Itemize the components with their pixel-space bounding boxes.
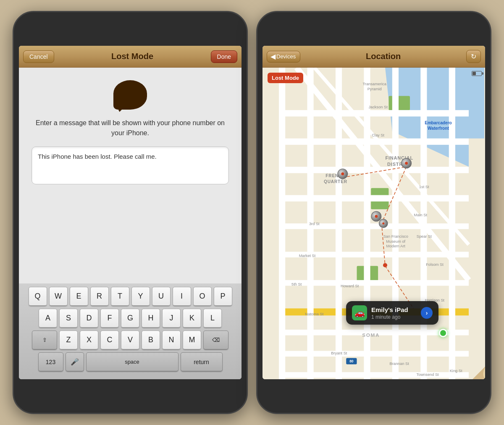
keyboard: Q W E R T Y U I O P A S D F G H <box>19 283 242 379</box>
message-description: Enter a message that will be shown with … <box>32 118 229 138</box>
location-dot <box>439 329 447 337</box>
message-area: Enter a message that will be shown with … <box>19 68 242 283</box>
key-f[interactable]: F <box>100 309 119 328</box>
device-popup[interactable]: 🚗 Emily's iPad 1 minute ago › <box>346 301 438 325</box>
svg-point-63 <box>405 162 408 165</box>
svg-text:1st St: 1st St <box>419 185 429 189</box>
key-s[interactable]: S <box>59 309 78 328</box>
svg-text:SOMA: SOMA <box>362 332 380 338</box>
svg-text:80: 80 <box>349 359 354 363</box>
keyboard-row-3: ⇧ Z X C V B N M ⌫ <box>21 331 240 350</box>
lost-mode-badge: Lost Mode <box>268 73 303 83</box>
back-label: Devices <box>276 53 296 60</box>
key-e[interactable]: E <box>70 287 88 306</box>
svg-text:Embarcadero: Embarcadero <box>425 121 452 125</box>
svg-point-68 <box>383 263 387 267</box>
svg-text:King St: King St <box>450 369 462 373</box>
return-key[interactable]: return <box>181 352 223 372</box>
key-q[interactable]: Q <box>29 287 47 306</box>
key-d[interactable]: D <box>80 309 98 328</box>
device-time: 1 minute ago <box>371 314 417 320</box>
device-name: Emily's iPad <box>371 306 417 313</box>
svg-text:Brannan St: Brannan St <box>390 362 410 366</box>
cancel-button[interactable]: Cancel <box>23 50 54 63</box>
key-v[interactable]: V <box>121 331 139 350</box>
svg-text:Natoma St: Natoma St <box>305 312 323 316</box>
svg-text:5th St: 5th St <box>291 282 302 286</box>
battery-body <box>472 71 482 76</box>
svg-text:Townsend St: Townsend St <box>417 373 439 377</box>
delete-key[interactable]: ⌫ <box>203 331 228 350</box>
space-key[interactable]: space <box>86 352 178 372</box>
right-nav-title: Location <box>366 52 401 61</box>
key-k[interactable]: K <box>183 309 201 328</box>
device-emoji: 🚗 <box>354 308 365 318</box>
svg-text:Main St: Main St <box>414 213 428 217</box>
map-svg: Jackson St Clay St Embarcadero Waterfron… <box>262 68 485 379</box>
key-p[interactable]: P <box>214 287 232 306</box>
device-arrow-icon[interactable]: › <box>421 307 433 319</box>
svg-text:QUARTER: QUARTER <box>324 179 347 184</box>
svg-text:Transamerica: Transamerica <box>363 82 387 86</box>
mic-key[interactable]: 🎤 <box>66 352 84 372</box>
svg-text:Spear St: Spear St <box>417 234 432 239</box>
done-button[interactable]: Done <box>211 50 237 63</box>
map-container[interactable]: Jackson St Clay St Embarcadero Waterfron… <box>262 68 485 379</box>
svg-text:3rd St: 3rd St <box>309 222 320 226</box>
svg-text:Bryant St: Bryant St <box>331 351 347 355</box>
key-o[interactable]: O <box>193 287 212 306</box>
battery-indicator <box>472 71 482 76</box>
svg-rect-17 <box>279 68 285 379</box>
key-u[interactable]: U <box>152 287 171 306</box>
svg-text:Clay St: Clay St <box>372 133 384 137</box>
svg-rect-3 <box>388 96 410 110</box>
svg-point-67 <box>382 222 384 224</box>
shift-key[interactable]: ⇧ <box>32 331 57 350</box>
svg-text:Museum of: Museum of <box>386 239 405 244</box>
keyboard-row-1: Q W E R T Y U I O P <box>21 287 240 306</box>
left-nav-title: Lost Mode <box>111 52 153 61</box>
chat-bubble-icon <box>113 80 147 110</box>
message-input[interactable]: This iPhone has been lost. Please call m… <box>32 147 229 184</box>
svg-text:Market St: Market St <box>299 254 316 258</box>
key-b[interactable]: B <box>142 331 160 350</box>
right-screen: ◀ Devices Location ↻ <box>262 46 485 379</box>
page-curl-icon <box>472 367 485 379</box>
svg-text:Waterfront: Waterfront <box>428 126 449 131</box>
key-r[interactable]: R <box>90 287 109 306</box>
num-key[interactable]: 123 <box>38 352 63 372</box>
left-screen: Cancel Lost Mode Done Enter a message th… <box>19 46 242 379</box>
device-icon: 🚗 <box>352 305 367 320</box>
svg-text:Folsom St: Folsom St <box>426 262 444 267</box>
key-i[interactable]: I <box>173 287 191 306</box>
svg-text:Modern Art: Modern Art <box>386 244 406 248</box>
left-nav-bar: Cancel Lost Mode Done <box>19 46 242 68</box>
key-x[interactable]: X <box>80 331 98 350</box>
keyboard-row-2: A S D F G H J K L <box>21 309 240 328</box>
key-y[interactable]: Y <box>131 287 150 306</box>
key-h[interactable]: H <box>142 309 160 328</box>
key-a[interactable]: A <box>39 309 57 328</box>
right-nav-bar: ◀ Devices Location ↻ <box>262 46 485 68</box>
key-n[interactable]: N <box>162 331 181 350</box>
key-c[interactable]: C <box>100 331 119 350</box>
svg-point-61 <box>341 173 344 176</box>
right-phone: ◀ Devices Location ↻ <box>256 11 491 414</box>
svg-text:Pyramid: Pyramid <box>368 87 382 91</box>
svg-text:Jackson St: Jackson St <box>368 105 388 109</box>
svg-text:Howard St: Howard St <box>341 284 359 288</box>
key-l[interactable]: L <box>203 309 222 328</box>
keyboard-bottom-row: 123 🎤 space return <box>21 352 240 373</box>
svg-point-65 <box>375 215 378 218</box>
key-g[interactable]: G <box>121 309 139 328</box>
back-button[interactable]: ◀ Devices <box>267 51 300 63</box>
left-phone: Cancel Lost Mode Done Enter a message th… <box>13 11 248 414</box>
phones-container: Cancel Lost Mode Done Enter a message th… <box>13 11 491 414</box>
key-t[interactable]: T <box>111 287 129 306</box>
key-w[interactable]: W <box>49 287 68 306</box>
svg-text:San Francisco: San Francisco <box>383 234 408 239</box>
key-j[interactable]: J <box>162 309 181 328</box>
key-z[interactable]: Z <box>59 331 78 350</box>
refresh-button[interactable]: ↻ <box>466 50 481 63</box>
key-m[interactable]: M <box>183 331 201 350</box>
